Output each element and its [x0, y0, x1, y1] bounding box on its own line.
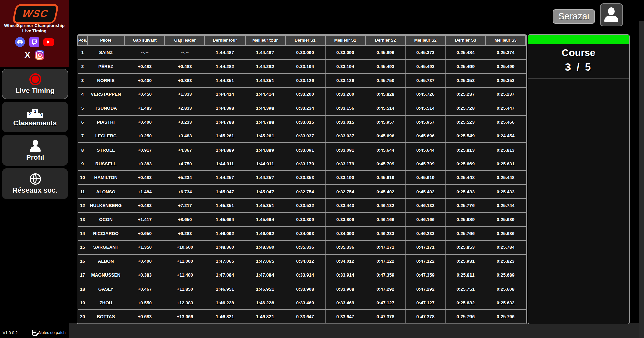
podium-step-2: 2	[27, 112, 32, 118]
sidebar-item-reseaux-soc[interactable]: Réseaux soc.	[2, 168, 68, 199]
cell-gap-suivant: +1.483	[125, 101, 165, 115]
table-row: 1SAINZ--:----:--1:44.4871:44.4870:33.090…	[78, 45, 526, 60]
cell-pilote: BOTTAS	[87, 310, 125, 323]
cell-meilleur-s1: 0:33.126	[325, 74, 365, 87]
cell-pos: 19	[78, 296, 87, 310]
cell-meilleur-s2: 0:45.709	[405, 157, 446, 171]
cell-dernier-s2: 0:45.644	[365, 143, 406, 157]
sidebar: WSC WheelSpinner Championship Live Timin…	[0, 0, 69, 338]
table-row: 19ZHOU+0.550+12.3831:46.2281:46.2280:33.…	[78, 296, 526, 310]
wsc-logo-text: WSC	[21, 8, 49, 19]
cell-pilote: SARGEANT	[87, 240, 125, 254]
cell-meilleur-s3: 0:25.237	[486, 87, 526, 101]
cell-dernier-s3: 0:25.237	[446, 87, 486, 101]
cell-pilote: HULKENBERG	[87, 199, 125, 212]
podium-icon: 2 1 3	[27, 108, 43, 118]
cell-gap-suivant: +0.400	[125, 74, 165, 87]
cell-dernier-tour: 1:47.065	[205, 254, 245, 268]
instagram-icon[interactable]	[35, 50, 44, 60]
cell-gap-leader: +3.483	[165, 129, 205, 143]
cell-pilote: SAINZ	[87, 45, 125, 60]
cell-dernier-s1: 0:33.353	[285, 171, 326, 184]
cell-dernier-s2: 0:46.132	[365, 199, 406, 212]
cell-dernier-s3: 0:25.669	[446, 157, 486, 171]
cell-dernier-s1: 0:33.126	[285, 74, 326, 87]
cell-dernier-s3: 0:25.776	[446, 199, 486, 212]
twitch-icon[interactable]	[29, 37, 39, 47]
cell-dernier-s2: 0:45.402	[365, 185, 406, 199]
cell-pos: 1	[78, 45, 87, 60]
cell-dernier-tour: 1:44.282	[205, 59, 245, 73]
table-row: 14RICCIARDO+0.650+9.2831:46.0921:46.0920…	[78, 226, 526, 240]
cell-dernier-s1: 0:33.532	[285, 199, 326, 212]
x-icon[interactable]: X	[24, 50, 30, 60]
cell-pos: 16	[78, 254, 87, 268]
cell-dernier-s3: 0:25.796	[446, 310, 486, 323]
cell-meilleur-s2: 0:47.292	[405, 282, 446, 296]
cell-meilleur-s2: 0:47.127	[405, 296, 446, 310]
cell-dernier-s1: 0:33.090	[285, 45, 326, 60]
cell-dernier-s1: 0:33.037	[285, 129, 326, 143]
cell-dernier-s2: 0:45.696	[365, 129, 406, 143]
cell-pilote: OCON	[87, 212, 125, 226]
race-progress: 3 / 5	[528, 61, 629, 73]
avatar-person-icon	[604, 7, 619, 22]
cell-meilleur-tour: 1:44.351	[245, 74, 285, 87]
youtube-icon[interactable]	[43, 38, 54, 46]
cell-dernier-s3: 0:25.931	[446, 254, 486, 268]
cell-dernier-tour: 1:45.261	[205, 129, 245, 143]
cell-dernier-s2: 0:47.122	[365, 254, 406, 268]
cell-meilleur-s2: 0:47.122	[405, 254, 446, 268]
cell-dernier-s3: 0:25.353	[446, 74, 486, 87]
cell-meilleur-tour: 1:46.228	[245, 296, 285, 310]
cell-meilleur-s3: 0:24.454	[486, 129, 526, 143]
cell-pos: 14	[78, 226, 87, 240]
cell-dernier-tour: 1:46.951	[205, 282, 245, 296]
cell-meilleur-tour: 1:45.664	[245, 212, 285, 226]
cell-meilleur-tour: 1:45.261	[245, 129, 285, 143]
sidebar-item-classements[interactable]: 2 1 3 Classements	[2, 102, 68, 132]
table-row: 17MAGNUSSEN+0.383+11.4001:47.0841:47.084…	[78, 268, 526, 282]
cell-dernier-s2: 0:45.709	[365, 157, 406, 171]
cell-meilleur-tour: 1:46.821	[245, 310, 285, 323]
cell-gap-suivant: +0.250	[125, 129, 165, 143]
cell-dernier-tour: 1:44.257	[205, 171, 245, 184]
cell-meilleur-s1: 0:33.091	[325, 143, 365, 157]
avatar-button[interactable]	[600, 3, 623, 26]
vertical-scrollbar[interactable]	[639, 21, 644, 338]
table-row: 12HULKENBERG+0.483+7.2171:45.3511:45.351…	[78, 199, 526, 212]
cell-gap-leader: +10.600	[165, 240, 205, 254]
cell-gap-leader: +2.833	[165, 101, 205, 115]
sidebar-item-profil[interactable]: Profil	[2, 135, 68, 166]
cell-gap-leader: +11.400	[165, 268, 205, 282]
cell-pos: 11	[78, 185, 87, 199]
sidebar-item-live-timing[interactable]: Live Timing	[2, 69, 68, 99]
cell-meilleur-s3: 0:25.689	[486, 268, 526, 282]
cell-dernier-tour: 1:45.047	[205, 185, 245, 199]
cell-meilleur-s3: 0:25.689	[486, 212, 526, 226]
table-row: 15SARGEANT+1.350+10.6001:48.3601:48.3600…	[78, 240, 526, 254]
patch-notes-link[interactable]: Notes de patch	[32, 330, 66, 336]
cell-gap-suivant: +0.383	[125, 157, 165, 171]
cell-dernier-s1: 0:32.754	[285, 185, 326, 199]
cell-dernier-s3: 0:25.484	[446, 45, 486, 60]
cell-meilleur-s1: 0:33.190	[325, 171, 365, 184]
app-title-line2: Live Timing	[0, 28, 69, 34]
cell-gap-leader: +8.650	[165, 212, 205, 226]
column-header-pos: Pos.	[78, 36, 87, 45]
cell-dernier-s2: 0:46.166	[365, 212, 406, 226]
cell-meilleur-s2: 0:47.378	[405, 310, 446, 323]
username-button[interactable]: Serazai	[553, 9, 595, 24]
cell-dernier-tour: 1:45.664	[205, 212, 245, 226]
podium-step-3: 3	[38, 113, 43, 118]
race-panel-header: Course 3 / 5	[528, 44, 629, 79]
patch-notes-label: Notes de patch	[39, 330, 66, 335]
discord-icon[interactable]	[15, 37, 25, 47]
cell-pilote: PÉREZ	[87, 59, 125, 73]
table-row: 20BOTTAS+0.683+13.0661:46.8211:46.8210:3…	[78, 310, 526, 323]
cell-meilleur-s2: 0:45.514	[405, 101, 446, 115]
cell-gap-leader: +0.483	[165, 59, 205, 73]
cell-gap-suivant: +1.350	[125, 240, 165, 254]
cell-meilleur-s1: 0:34.093	[325, 226, 365, 240]
cell-gap-suivant: +0.383	[125, 268, 165, 282]
